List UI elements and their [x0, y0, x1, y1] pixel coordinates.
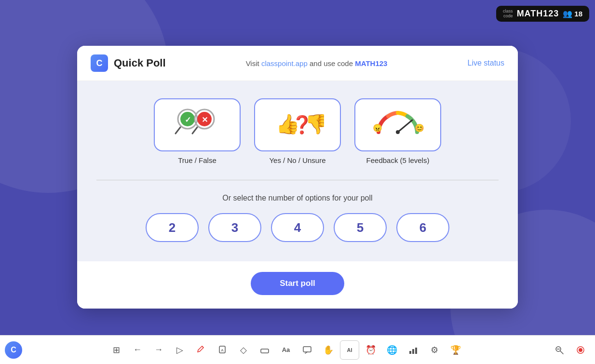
toolbar-hand-icon[interactable]: ✋ — [319, 340, 338, 360]
toolbar-eraser-icon[interactable] — [255, 340, 274, 360]
toolbar-globe-icon[interactable]: 🌐 — [382, 340, 402, 360]
svg-line-23 — [560, 351, 563, 354]
svg-rect-21 — [415, 348, 417, 354]
toolbar-grid-icon[interactable]: ⊞ — [107, 340, 126, 360]
classpoint-url[interactable]: classpoint.app — [261, 59, 308, 67]
toolbar-settings-icon[interactable]: ⚙ — [425, 340, 444, 360]
student-count: 18 — [574, 10, 582, 18]
svg-point-26 — [579, 348, 582, 352]
toolbar-trophy-icon[interactable]: 🏆 — [446, 340, 465, 360]
svg-text:A: A — [221, 348, 224, 352]
class-code-badge: class code MATH123 👥 18 — [496, 6, 589, 22]
toolbar-right — [550, 340, 590, 360]
options-divider — [96, 180, 499, 180]
toolbar-shapes-icon[interactable]: ◇ — [234, 340, 253, 360]
live-status-link[interactable]: Live status — [468, 59, 504, 67]
poll-type-feedback[interactable]: 😠 😊 — [354, 98, 441, 151]
modal-header: C Quick Poll Visit classpoint.app and us… — [77, 46, 518, 81]
poll-type-yes-no[interactable]: 👍 ❓ 👎 — [254, 98, 341, 151]
number-option-5[interactable]: 5 — [334, 213, 387, 242]
true-false-icon: ✓ ✕ — [173, 106, 221, 144]
toolbar-record-icon[interactable] — [571, 340, 590, 360]
yes-no-icon: 👍 ❓ 👎 — [271, 106, 324, 144]
toolbar-chat-icon[interactable] — [298, 340, 317, 360]
svg-line-7 — [192, 127, 197, 134]
poll-type-true-false-wrapper: ✓ ✕ True / False — [154, 98, 241, 164]
poll-class-code: MATH123 — [355, 59, 387, 67]
number-section-label: Or select the number of options for your… — [96, 194, 499, 202]
svg-text:✓: ✓ — [185, 116, 191, 124]
toolbar-center: ⊞ ← → ▷ A ◇ Aa ✋ AI ⏰ 🌐 ⚙ 🏆 — [107, 340, 465, 360]
classpoint-logo: C — [91, 54, 108, 72]
poll-type-yes-no-wrapper: 👍 ❓ 👎 Yes / No / Unsure — [254, 98, 341, 164]
feedback-label: Feedback (5 levels) — [366, 156, 430, 164]
student-count-badge: 👥 18 — [563, 9, 582, 18]
svg-rect-17 — [261, 349, 269, 353]
bottom-toolbar: C ⊞ ← → ▷ A ◇ Aa ✋ AI ⏰ 🌐 ⚙ 🏆 — [0, 335, 595, 364]
number-option-3[interactable]: 3 — [208, 213, 261, 242]
toolbar-pointer-icon[interactable]: ▷ — [170, 340, 189, 360]
svg-rect-19 — [409, 351, 411, 354]
svg-text:😊: 😊 — [415, 123, 424, 133]
poll-type-feedback-wrapper: 😠 😊 Feedback (5 levels) — [354, 98, 441, 164]
class-code-value: MATH123 — [517, 9, 559, 19]
svg-line-11 — [398, 120, 412, 132]
toolbar-text-icon[interactable]: Aa — [276, 340, 296, 360]
modal-title: Quick Poll — [114, 57, 166, 69]
modal-body: ✓ ✕ True / False — [77, 81, 518, 261]
svg-point-12 — [396, 130, 400, 134]
poll-type-true-false[interactable]: ✓ ✕ — [154, 98, 241, 151]
modal-header-left: C Quick Poll — [91, 54, 166, 72]
toolbar-left: C — [5, 341, 22, 359]
and-use-code-text: and use code — [310, 59, 353, 67]
toolbar-chart-icon[interactable] — [404, 340, 423, 360]
feedback-icon: 😠 😊 — [369, 106, 427, 144]
toolbar-cp-logo[interactable]: C — [5, 341, 22, 359]
modal-header-center: Visit classpoint.app and use code MATH12… — [246, 59, 388, 67]
toolbar-forward-icon[interactable]: → — [149, 340, 168, 360]
number-option-6[interactable]: 6 — [396, 213, 449, 242]
start-poll-button[interactable]: Start poll — [251, 272, 344, 295]
toolbar-back-icon[interactable]: ← — [128, 340, 147, 360]
visit-text: Visit — [246, 59, 259, 67]
toolbar-highlighter-icon[interactable]: A — [213, 340, 232, 360]
start-poll-section: Start poll — [77, 261, 518, 309]
toolbar-ai-icon[interactable]: AI — [340, 340, 359, 360]
quick-poll-modal: C Quick Poll Visit classpoint.app and us… — [77, 46, 518, 309]
poll-type-options: ✓ ✕ True / False — [96, 98, 499, 164]
class-code-label: class code — [503, 9, 513, 19]
svg-line-3 — [176, 127, 180, 134]
number-options: 2 3 4 5 6 — [96, 213, 499, 242]
svg-rect-18 — [303, 347, 311, 352]
yes-no-label: Yes / No / Unsure — [269, 156, 325, 164]
number-option-2[interactable]: 2 — [146, 213, 199, 242]
toolbar-timer-icon[interactable]: ⏰ — [361, 340, 380, 360]
svg-text:👎: 👎 — [305, 112, 324, 135]
svg-text:✕: ✕ — [202, 116, 208, 124]
svg-text:😠: 😠 — [373, 123, 382, 133]
toolbar-pen-icon[interactable] — [191, 340, 211, 360]
true-false-label: True / False — [178, 156, 216, 164]
svg-rect-20 — [412, 349, 414, 354]
number-option-4[interactable]: 4 — [271, 213, 324, 242]
toolbar-search-zoom-icon[interactable] — [550, 340, 569, 360]
modal-header-right[interactable]: Live status — [468, 59, 504, 67]
people-icon: 👥 — [563, 9, 572, 18]
